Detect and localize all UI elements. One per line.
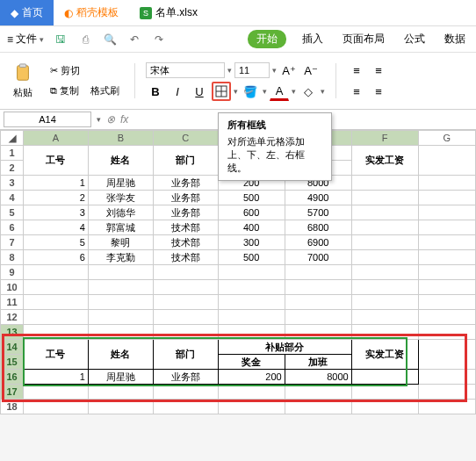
cell[interactable]: 工号	[24, 340, 89, 370]
copy-button[interactable]: ⧉复制	[46, 82, 83, 100]
cell[interactable]	[351, 325, 418, 340]
cell[interactable]: 7000	[285, 250, 351, 265]
cell[interactable]: 600	[218, 205, 285, 220]
fill-color-button[interactable]: 🪣	[241, 82, 260, 101]
cell[interactable]	[351, 250, 418, 265]
cell[interactable]: 周星驰	[88, 176, 153, 191]
cell[interactable]: 技术部	[153, 250, 218, 265]
row-header[interactable]: 18	[1, 400, 24, 414]
row-header[interactable]: 1	[1, 146, 24, 161]
cell[interactable]	[153, 280, 218, 295]
tab-file[interactable]: S 名单.xlsx	[129, 0, 208, 25]
cell[interactable]	[24, 325, 89, 340]
col-header[interactable]: B	[88, 131, 153, 146]
cell[interactable]	[24, 400, 89, 414]
cell[interactable]	[418, 250, 475, 265]
cell[interactable]	[418, 265, 475, 280]
cell[interactable]	[285, 385, 351, 400]
row-header[interactable]: 9	[1, 265, 24, 280]
redo-icon[interactable]: ↷	[151, 32, 167, 47]
cell[interactable]: 400	[218, 220, 285, 235]
cell[interactable]: 黎明	[88, 235, 153, 250]
chevron-down-icon[interactable]: ▾	[97, 115, 101, 124]
cell[interactable]: 部门	[153, 146, 218, 176]
cell[interactable]	[418, 370, 475, 385]
cell[interactable]	[218, 295, 285, 310]
row-header[interactable]: 7	[1, 235, 24, 250]
row-header[interactable]: 8	[1, 250, 24, 265]
preview-icon[interactable]: 🔍	[102, 32, 118, 47]
align-top-button[interactable]: ≡	[347, 61, 366, 80]
cell[interactable]: 200	[218, 370, 285, 385]
col-header[interactable]: F	[351, 131, 418, 146]
cell[interactable]	[418, 340, 475, 370]
col-header[interactable]: G	[418, 131, 475, 146]
row-header[interactable]: 5	[1, 205, 24, 220]
cell[interactable]	[351, 220, 418, 235]
cell[interactable]: 姓名	[88, 340, 153, 370]
cell[interactable]	[153, 325, 218, 340]
align-left-button[interactable]: ≡	[347, 82, 366, 101]
cell[interactable]	[351, 310, 418, 325]
cell[interactable]: 8000	[285, 370, 351, 385]
borders-button[interactable]	[212, 82, 231, 101]
cell[interactable]	[88, 280, 153, 295]
font-size-select[interactable]	[234, 62, 270, 78]
cell[interactable]	[88, 385, 153, 400]
cell[interactable]: 业务部	[153, 191, 218, 205]
chevron-down-icon[interactable]: ▾	[292, 87, 296, 96]
format-painter-button[interactable]: 格式刷	[86, 82, 124, 100]
cell[interactable]	[285, 295, 351, 310]
ribbon-tab-formula[interactable]: 公式	[400, 30, 429, 48]
cell[interactable]: 1	[24, 370, 89, 385]
row-header[interactable]: 4	[1, 191, 24, 205]
cell[interactable]	[153, 295, 218, 310]
chevron-down-icon[interactable]: ▾	[234, 87, 238, 96]
chevron-down-icon[interactable]: ▾	[321, 87, 325, 96]
cell[interactable]	[418, 295, 475, 310]
increase-font-button[interactable]: A⁺	[279, 61, 299, 80]
cell[interactable]	[24, 265, 89, 280]
cell[interactable]: 实发工资	[351, 146, 418, 176]
ribbon-tab-data[interactable]: 数据	[441, 30, 469, 48]
cell[interactable]: 技术部	[153, 220, 218, 235]
row-header[interactable]: 6	[1, 220, 24, 235]
align-middle-button[interactable]: ≡	[369, 61, 388, 80]
cut-button[interactable]: ✂剪切	[46, 61, 124, 80]
cell[interactable]	[418, 325, 475, 340]
cell[interactable]	[418, 220, 475, 235]
chevron-down-icon[interactable]: ▾	[263, 87, 267, 96]
cell[interactable]	[351, 280, 418, 295]
cell[interactable]: 3	[24, 205, 89, 220]
cell[interactable]	[153, 265, 218, 280]
cell[interactable]: 1	[24, 176, 89, 191]
bold-button[interactable]: B	[146, 82, 165, 101]
cell[interactable]: 加班	[285, 355, 351, 370]
cell[interactable]	[351, 370, 418, 385]
row-header[interactable]: 17	[1, 385, 24, 400]
cell[interactable]	[351, 295, 418, 310]
decrease-font-button[interactable]: A⁻	[301, 61, 321, 80]
cell[interactable]	[218, 400, 285, 414]
cell[interactable]	[285, 280, 351, 295]
cell[interactable]: 300	[218, 235, 285, 250]
tab-docer[interactable]: ◐ 稻壳模板	[54, 0, 129, 25]
cell[interactable]	[218, 265, 285, 280]
underline-button[interactable]: U	[190, 82, 209, 101]
cell[interactable]	[88, 310, 153, 325]
chevron-down-icon[interactable]: ▾	[227, 66, 232, 75]
ribbon-tab-insert[interactable]: 插入	[299, 30, 327, 48]
cell[interactable]: 奖金	[218, 355, 285, 370]
cell[interactable]: 工号	[24, 146, 89, 176]
paste-button[interactable]: 粘贴	[7, 58, 39, 104]
row-header[interactable]: 11	[1, 295, 24, 310]
cell[interactable]	[418, 235, 475, 250]
tab-home[interactable]: ◆ 首页	[0, 0, 54, 25]
cell[interactable]	[88, 295, 153, 310]
cell[interactable]	[153, 385, 218, 400]
cell[interactable]	[218, 325, 285, 340]
cell[interactable]	[418, 400, 475, 414]
cell[interactable]	[24, 280, 89, 295]
cell[interactable]: 李克勤	[88, 250, 153, 265]
cell[interactable]	[418, 146, 475, 176]
